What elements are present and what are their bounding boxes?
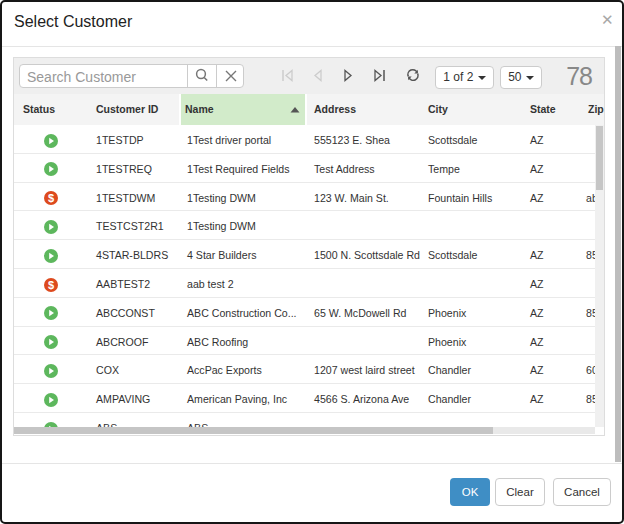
- svg-text:$: $: [48, 278, 54, 290]
- svg-text:$: $: [48, 192, 54, 204]
